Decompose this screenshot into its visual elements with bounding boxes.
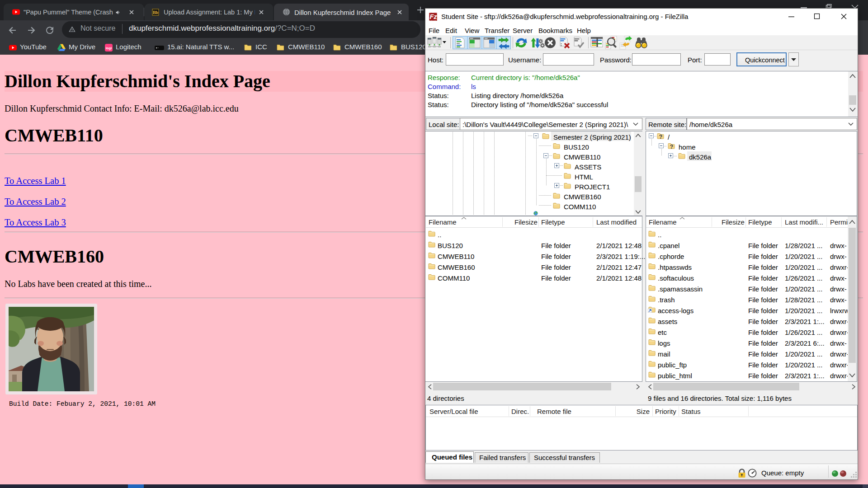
svg-text:Fz: Fz	[429, 13, 437, 20]
